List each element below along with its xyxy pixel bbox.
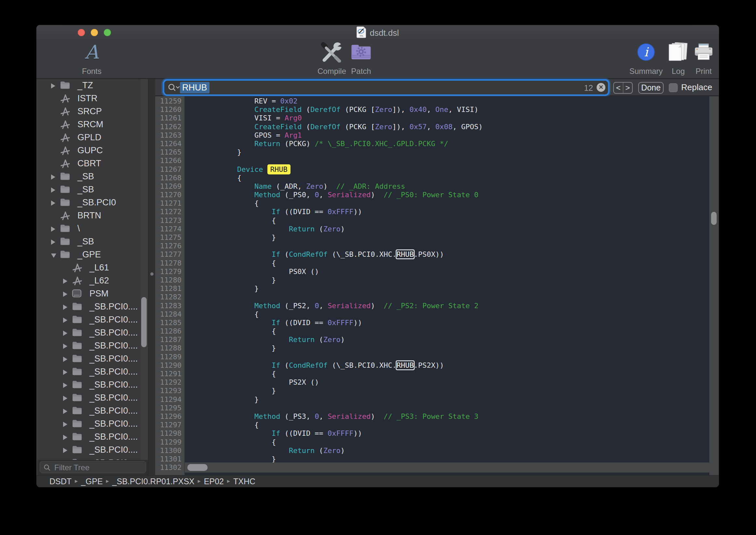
sidebar-item-sb[interactable]: _SB	[38, 170, 148, 183]
code-line	[185, 242, 709, 250]
search-field[interactable]: RHUB 12 ✕	[164, 81, 608, 94]
code-line: REV = 0x02	[185, 97, 709, 105]
minimize-button[interactable]	[91, 29, 98, 36]
disclosure-triangle-icon[interactable]	[63, 370, 68, 375]
sidebar-item-srcp[interactable]: SRCP	[38, 105, 148, 118]
print-button[interactable]: Print	[686, 41, 721, 77]
disclosure-triangle-icon[interactable]	[63, 448, 68, 453]
sidebar-item-gpe[interactable]: _GPE	[38, 248, 148, 261]
disclosure-triangle-icon[interactable]	[63, 383, 68, 388]
editor-vertical-scrollbar-thumb[interactable]	[711, 212, 716, 225]
find-next-button[interactable]: >	[623, 83, 633, 93]
find-bar: RHUB 12 ✕ < > Done Replace	[155, 79, 719, 96]
breadcrumb-item[interactable]: _SB.PCI0.RP01.PXSX	[112, 477, 195, 486]
breadcrumb-item[interactable]: EP02	[204, 477, 224, 486]
patch-button[interactable]: Patch	[343, 41, 379, 77]
code-line: }	[185, 387, 709, 395]
disclosure-triangle-icon[interactable]	[63, 331, 68, 336]
disclosure-triangle-icon[interactable]	[63, 318, 68, 323]
disclosure-triangle-icon[interactable]	[63, 305, 68, 310]
sidebar-item-sb-pci0[interactable]: _SB.PCI0	[38, 196, 148, 209]
disclosure-triangle-icon[interactable]	[63, 357, 68, 362]
acpi-tree-sidebar[interactable]: _TZISTRSRCPSRCMGPLDGUPCCBRT_SB_SB_SB.PCI…	[38, 79, 148, 460]
sidebar-item-sb-pci0[interactable]: _SB.PCI0....	[38, 417, 148, 431]
line-number: 11277	[155, 250, 184, 259]
sidebar-item-istr[interactable]: ISTR	[38, 92, 148, 105]
split-divider[interactable]	[148, 79, 156, 475]
sidebar-item-sb-pci0[interactable]: _SB.PCI0....	[38, 443, 148, 457]
sidebar-item-gupc[interactable]: GUPC	[38, 144, 148, 157]
breadcrumb-item[interactable]: TXHC	[233, 477, 256, 486]
sidebar-item-sb-pci0[interactable]: _SB.PCI0....	[38, 313, 148, 326]
sidebar-item-cbrt[interactable]: CBRT	[38, 157, 148, 170]
clear-search-button[interactable]: ✕	[597, 83, 606, 92]
sidebar-item-label: _SB	[77, 184, 94, 195]
sidebar-item-sb-pci0[interactable]: _SB.PCI0....	[38, 391, 148, 405]
sidebar-item-sb-pci0[interactable]: _SB.PCI0....	[38, 300, 148, 313]
line-number: 11272	[155, 208, 184, 216]
sidebar-item-sb[interactable]: _SB	[38, 235, 148, 248]
app-window: DSL dsdt.dsl A Fonts	[37, 25, 719, 487]
disclosure-triangle-icon[interactable]	[63, 292, 68, 297]
sidebar-item-sb-pci0[interactable]: _SB.PCI0....	[38, 457, 148, 460]
sidebar-item-sb-pci0[interactable]: _SB.PCI0....	[38, 431, 148, 443]
sidebar-item-gpld[interactable]: GPLD	[38, 131, 148, 144]
sidebar-item-sb-pci0[interactable]: _SB.PCI0....	[38, 379, 148, 391]
editor-vertical-scrollbar[interactable]	[709, 96, 718, 475]
replace-checkbox[interactable]	[669, 83, 678, 92]
sidebar-item-sb-pci0[interactable]: _SB.PCI0....	[38, 326, 148, 339]
sidebar-item-label: _SB.PCI0....	[90, 367, 138, 377]
disclosure-triangle-icon[interactable]	[63, 409, 68, 414]
sidebar-item-l62[interactable]: _L62	[38, 274, 148, 287]
disclosure-triangle-icon[interactable]	[51, 187, 55, 193]
editor-horizontal-scrollbar[interactable]	[185, 463, 718, 472]
breadcrumb-item[interactable]: _GPE	[81, 477, 103, 486]
disclosure-triangle-icon[interactable]	[51, 201, 55, 206]
zoom-button[interactable]	[104, 29, 111, 36]
disclosure-triangle-icon[interactable]	[63, 344, 68, 349]
close-button[interactable]	[78, 29, 85, 36]
disclosure-triangle-icon[interactable]	[63, 396, 68, 401]
sidebar-item-tz[interactable]: _TZ	[38, 79, 148, 92]
sidebar-scrollbar[interactable]	[140, 79, 148, 460]
disclosure-triangle-icon[interactable]	[63, 435, 68, 440]
sidebar-item-label: GUPC	[77, 146, 103, 155]
method-icon	[60, 159, 70, 169]
line-number: 11262	[155, 123, 184, 131]
code-line: CreateField (DerefOf (PCKG [Zero]), 0x57…	[185, 123, 709, 131]
editor-horizontal-scrollbar-thumb[interactable]	[187, 464, 207, 471]
sidebar-item-sb-pci0[interactable]: _SB.PCI0....	[38, 365, 148, 379]
sidebar-item-sb-pci0[interactable]: _SB.PCI0....	[38, 352, 148, 365]
sidebar-item-psm[interactable]: PSM	[38, 287, 148, 300]
svg-text:DSL: DSL	[360, 35, 364, 37]
disclosure-triangle-icon[interactable]	[51, 83, 55, 89]
disclosure-triangle-icon[interactable]	[51, 239, 55, 245]
disclosure-triangle-icon[interactable]	[51, 174, 55, 180]
disclosure-triangle-icon[interactable]	[63, 279, 68, 284]
sidebar-item-sb[interactable]: _SB	[38, 183, 148, 196]
disclosure-triangle-icon[interactable]	[51, 254, 56, 258]
find-previous-button[interactable]: <	[614, 83, 623, 93]
line-number: 11280	[155, 276, 184, 284]
line-number: 11271	[155, 199, 184, 208]
disclosure-triangle-icon[interactable]	[51, 227, 55, 232]
code-line: }	[185, 276, 709, 284]
sidebar-item-srcm[interactable]: SRCM	[38, 118, 148, 131]
sidebar-item-sb-pci0[interactable]: _SB.PCI0....	[38, 339, 148, 352]
sidebar-scrollbar-thumb[interactable]	[141, 297, 147, 347]
breadcrumb-item[interactable]: DSDT	[49, 477, 71, 486]
fonts-button[interactable]: A Fonts	[74, 41, 110, 77]
code-line: {	[185, 438, 709, 446]
sidebar-item-brtn[interactable]: BRTN	[38, 209, 148, 222]
code-line: {	[185, 310, 709, 319]
sidebar-item-root[interactable]: \	[38, 222, 148, 235]
sidebar-item-l61[interactable]: _L61	[38, 261, 148, 274]
title-bar[interactable]: DSL dsdt.dsl	[37, 25, 719, 41]
line-number: 11298	[155, 429, 184, 438]
sidebar-item-label: _GPE	[77, 250, 101, 260]
filter-tree-input[interactable]: Filter Tree	[40, 461, 146, 473]
done-button[interactable]: Done	[638, 82, 663, 94]
code-editor[interactable]: REV = 0x02 CreateField (DerefOf (PCKG [Z…	[185, 96, 709, 475]
sidebar-item-sb-pci0[interactable]: _SB.PCI0....	[38, 405, 148, 417]
disclosure-triangle-icon[interactable]	[63, 422, 68, 427]
